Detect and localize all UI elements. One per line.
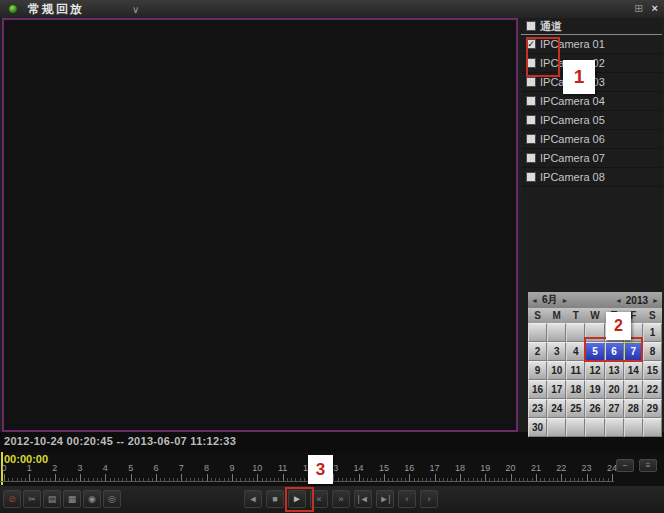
next-button[interactable]: › (420, 490, 438, 508)
camera-checkbox[interactable] (526, 115, 536, 125)
camera-row[interactable]: IPCamera 07 (521, 149, 662, 168)
calendar-day-cell[interactable]: 10 (547, 361, 566, 380)
calendar-day-cell[interactable]: 29 (643, 399, 662, 418)
camera-label: IPCamera 05 (540, 114, 605, 126)
calendar-day-cell[interactable]: 2 (528, 342, 547, 361)
timeline-tick (489, 478, 490, 481)
stop-button[interactable]: ■ (266, 490, 284, 508)
calendar-day-cell[interactable]: 20 (605, 380, 624, 399)
calendar-day-cell[interactable]: 9 (528, 361, 547, 380)
clip-button[interactable]: ✂ (23, 490, 41, 508)
calendar-day-cell[interactable]: 4 (566, 342, 585, 361)
grid-icon[interactable]: ⊞ (634, 2, 643, 15)
fast-forward-button[interactable]: » (332, 490, 350, 508)
timeline-tick (498, 478, 499, 481)
timeline-hour-label: 6 (153, 463, 158, 473)
timeline-tick (477, 478, 478, 481)
calendar-day-cell[interactable]: 8 (643, 342, 662, 361)
calendar-day-cell[interactable]: 30 (528, 418, 547, 437)
timeline-hour-label: 21 (531, 463, 541, 473)
timeline-hour-label: 0 (1, 463, 6, 473)
timeline-tick (164, 478, 165, 481)
calendar-day-cell[interactable]: 28 (624, 399, 643, 418)
camera-checkbox[interactable] (526, 96, 536, 106)
timeline-tick (17, 478, 18, 481)
timeline-zoom-in-button[interactable]: ≡ (639, 459, 657, 472)
calendar-day-cell[interactable]: 3 (547, 342, 566, 361)
calendar-day-cell[interactable]: 14 (624, 361, 643, 380)
timeline-tick (207, 474, 208, 481)
timeline-tick (342, 478, 343, 481)
smart-search-button[interactable]: ◎ (103, 490, 121, 508)
digital-zoom-button[interactable]: ◉ (83, 490, 101, 508)
timeline-tick (118, 478, 119, 481)
skip-forward-button[interactable]: ►| (376, 490, 394, 508)
camera-row[interactable]: IPCamera 06 (521, 130, 662, 149)
calendar-nav: ◄ 6月 ► ◄ 2013 ► (528, 292, 662, 308)
timeline-tick (143, 478, 144, 481)
next-year-icon[interactable]: ► (649, 297, 662, 304)
calendar-day-cell[interactable]: 26 (585, 399, 604, 418)
timeline-hour-label: 19 (480, 463, 490, 473)
lock-file-button[interactable]: ▤ (43, 490, 61, 508)
calendar-day-cell[interactable]: 27 (605, 399, 624, 418)
timeline-tick (287, 478, 288, 481)
timeline-tick (346, 478, 347, 481)
timeline-tick (169, 478, 170, 481)
timeline-tick (354, 478, 355, 481)
audio-mute-button[interactable]: ⊘ (3, 490, 21, 508)
calendar-empty-cell (528, 323, 547, 342)
camera-row[interactable]: IPCamera 05 (521, 111, 662, 130)
calendar-day-cell[interactable]: 19 (585, 380, 604, 399)
timeline-tick (12, 478, 13, 481)
calendar-day-cell[interactable]: 16 (528, 380, 547, 399)
calendar-day-cell[interactable]: 22 (643, 380, 662, 399)
timeline-zoom-out-button[interactable]: − (616, 459, 634, 472)
calendar-day-cell[interactable]: 15 (643, 361, 662, 380)
camera-checkbox[interactable] (526, 77, 536, 87)
calendar-day-cell[interactable]: 18 (566, 380, 585, 399)
close-icon[interactable]: × (652, 2, 658, 15)
camera-checkbox[interactable] (526, 172, 536, 182)
chevron-down-icon[interactable]: ∨ (132, 4, 139, 15)
camera-row[interactable]: IPCamera 08 (521, 168, 662, 187)
timeline-tick (291, 478, 292, 481)
annotation-box-1 (526, 37, 560, 77)
timeline-tick (274, 478, 275, 481)
calendar-day-cell[interactable]: 1 (643, 323, 662, 342)
camera-row[interactable]: IPCamera 04 (521, 92, 662, 111)
timeline-tick (608, 478, 609, 481)
channel-select-all-checkbox[interactable] (526, 21, 536, 31)
camera-label: IPCamera 04 (540, 95, 605, 107)
timeline-tick (397, 478, 398, 481)
prev-month-icon[interactable]: ◄ (528, 297, 541, 304)
next-month-icon[interactable]: ► (559, 297, 572, 304)
timeline-tick (380, 478, 381, 481)
camera-checkbox[interactable] (526, 153, 536, 163)
calendar-day-cell[interactable]: 24 (547, 399, 566, 418)
calendar-day-cell[interactable]: 13 (605, 361, 624, 380)
timeline-tick (460, 474, 461, 481)
prev-button[interactable]: ‹ (398, 490, 416, 508)
video-display-area[interactable] (2, 18, 518, 432)
timeline-tick (219, 478, 220, 481)
calendar-day-cell[interactable]: 21 (624, 380, 643, 399)
annotation-label-2: 2 (606, 312, 631, 340)
skip-back-button[interactable]: |◄ (354, 490, 372, 508)
calendar-day-cell[interactable]: 17 (547, 380, 566, 399)
prev-year-icon[interactable]: ◄ (612, 297, 625, 304)
timeline-tick (435, 474, 436, 481)
calendar-empty-cell (547, 323, 566, 342)
calendar-day-cell[interactable]: 25 (566, 399, 585, 418)
timeline-tick (135, 478, 136, 481)
camera-checkbox[interactable] (526, 134, 536, 144)
reverse-play-button[interactable]: ◄ (244, 490, 262, 508)
weekday-label: S (528, 308, 547, 323)
calendar-day-cell[interactable]: 11 (566, 361, 585, 380)
file-manage-button[interactable]: ▦ (63, 490, 81, 508)
timeline-tick (409, 474, 410, 481)
timeline-tick (519, 478, 520, 481)
calendar-day-cell[interactable]: 23 (528, 399, 547, 418)
timeline-tick (55, 474, 56, 481)
calendar-day-cell[interactable]: 12 (585, 361, 604, 380)
